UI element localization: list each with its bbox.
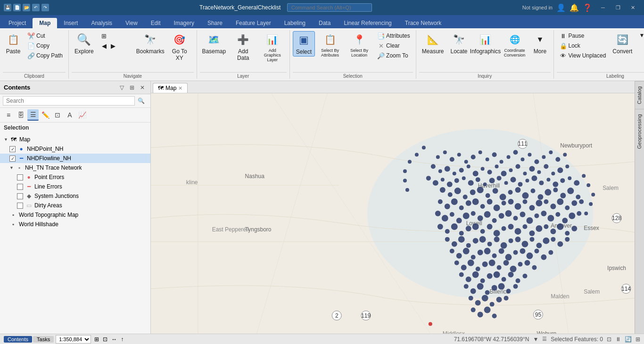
pause-button[interactable]: ⏸ Pause	[557, 31, 609, 41]
notification-icon[interactable]: 🔔	[570, 3, 579, 12]
map-view[interactable]: Nashua kline Tyngsboro East Pepperell Ha…	[151, 93, 635, 334]
measure-button[interactable]: 📐 Measure	[419, 31, 447, 56]
zoom-full-button[interactable]: ⊞	[98, 31, 135, 41]
system-junctions-checkbox[interactable]	[17, 193, 23, 199]
layer-item-map[interactable]: ▼ 🗺 Map	[0, 135, 150, 144]
coordinates-dropdown[interactable]: ▼	[533, 336, 538, 343]
layer-item-dirty-areas[interactable]: ▭ Dirty Areas	[0, 201, 150, 210]
layer-item-system-junctions[interactable]: ◆ System Junctions	[0, 191, 150, 201]
cut-button[interactable]: ✂️ Cut	[25, 31, 66, 41]
more-inquiry-button[interactable]: ▼ More	[530, 31, 551, 56]
basemap-button[interactable]: 🗺️ Basemap	[200, 31, 228, 56]
restore-button[interactable]: ❐	[611, 3, 625, 12]
pause-button[interactable]: ⏸	[615, 336, 621, 343]
search-button[interactable]: 🔍	[135, 97, 148, 105]
measure-scale-icon[interactable]: ↔	[110, 336, 118, 343]
north-arrow-icon[interactable]: ↑	[119, 336, 125, 343]
add-data-button[interactable]: ➕ Add Data	[229, 31, 257, 62]
lock-view-icon[interactable]: ⊞	[636, 336, 640, 343]
list-by-drawing-order[interactable]: ≡	[3, 109, 14, 121]
select-by-attributes-button[interactable]: 📋 Select By Attributes	[316, 31, 344, 58]
expand-map[interactable]: ▼	[4, 137, 8, 142]
tab-data[interactable]: Data	[312, 18, 337, 28]
snap-to-grid-icon[interactable]: ⊡	[101, 336, 109, 343]
tab-share[interactable]: Share	[201, 18, 229, 28]
save-icon[interactable]: 💾	[4, 4, 11, 11]
close-panel-icon[interactable]: ✕	[138, 83, 147, 92]
new-icon[interactable]: 📄	[13, 4, 21, 11]
scale-select[interactable]: 1:350,884	[56, 335, 91, 344]
tab-project[interactable]: Project	[2, 18, 33, 28]
undo-icon[interactable]: ↶	[32, 4, 40, 11]
tab-insert[interactable]: Insert	[57, 18, 84, 28]
more-labeling-button[interactable]: ▼ More	[636, 31, 644, 40]
nav-back-button[interactable]: ◀ ▶	[98, 41, 135, 50]
tab-edit[interactable]: Edit	[144, 18, 167, 28]
nhdpoint-checkbox[interactable]: ✓	[9, 146, 16, 152]
point-errors-checkbox[interactable]	[17, 174, 23, 180]
tasks-bottom-tab[interactable]: Tasks	[33, 336, 54, 343]
layer-item-world-hillshade[interactable]: ▪ World Hillshade	[0, 220, 150, 229]
zoom-to-button[interactable]: 🔎 Zoom To	[374, 51, 413, 60]
options-icon[interactable]: ⊞	[128, 83, 136, 92]
lock-button[interactable]: 🔒 Lock	[557, 41, 609, 50]
coordinate-conversion-button[interactable]: 🌐 Coordinate Conversion	[501, 31, 529, 58]
redo-icon[interactable]: ↷	[41, 4, 49, 11]
list-by-labeling[interactable]: A	[64, 109, 75, 121]
user-icon[interactable]: 👤	[556, 3, 566, 12]
expand-nh-tn[interactable]: ▼	[9, 165, 14, 170]
dirty-areas-checkbox[interactable]	[17, 203, 23, 209]
line-errors-checkbox[interactable]	[17, 184, 23, 190]
copy-button[interactable]: 📄 Copy	[25, 41, 66, 50]
convert-button[interactable]: 🔄 Convert	[610, 31, 635, 56]
tab-linear-referencing[interactable]: Linear Referencing	[337, 18, 398, 28]
tab-labeling[interactable]: Labeling	[278, 18, 312, 28]
add-graphics-button[interactable]: 📊 Add Graphics Layer	[258, 31, 287, 63]
list-by-charts[interactable]: 📈	[76, 109, 88, 121]
open-icon[interactable]: 📂	[23, 4, 30, 11]
help-icon[interactable]: ❓	[583, 3, 592, 12]
layer-item-nh-tn[interactable]: ▼ ▪ NH_TN Trace Network	[0, 163, 150, 172]
select-button[interactable]: ▣ Select	[293, 31, 315, 57]
catalog-panel-tab[interactable]: Catalog	[635, 81, 644, 109]
list-by-editing[interactable]: ✏️	[40, 109, 51, 121]
tab-map[interactable]: Map	[33, 18, 57, 28]
fit-to-window-icon[interactable]: ⊞	[93, 336, 100, 343]
filter-icon[interactable]: ▽	[117, 83, 126, 92]
contents-bottom-tab[interactable]: Contents	[4, 336, 32, 343]
map-tab[interactable]: 🗺 Map ✕	[153, 83, 188, 93]
layer-item-line-errors[interactable]: ━ Line Errors	[0, 182, 150, 191]
paste-button[interactable]: 📋 Paste	[3, 31, 24, 56]
command-search[interactable]	[287, 3, 372, 12]
refresh-icon[interactable]: 🔄	[625, 336, 632, 343]
locate-button[interactable]: 🔭 Locate	[447, 31, 470, 56]
attributes-button[interactable]: 📑 Attributes	[374, 31, 413, 41]
contents-search[interactable]	[3, 96, 135, 106]
clear-button[interactable]: ✕ Clear	[374, 41, 413, 50]
list-by-data-source[interactable]: 🗄	[15, 109, 26, 121]
layer-item-world-topo[interactable]: ▪ World Topographic Map	[0, 210, 150, 220]
tab-trace-network[interactable]: Trace Network	[398, 18, 448, 28]
tab-view[interactable]: View	[119, 18, 144, 28]
close-button[interactable]: ✕	[626, 3, 640, 12]
infographics-button[interactable]: 📊 Infographics	[471, 31, 500, 56]
view-unplaced-button[interactable]: 👁 View Unplaced	[557, 51, 609, 60]
layer-item-point-errors[interactable]: ● Point Errors	[0, 172, 150, 182]
map-tab-close[interactable]: ✕	[178, 85, 182, 91]
tab-feature-layer[interactable]: Feature Layer	[229, 18, 278, 28]
geoprocessing-panel-tab[interactable]: Geoprocessing	[635, 109, 644, 154]
nhdflowline-checkbox[interactable]: ✓	[9, 156, 16, 162]
list-by-selection[interactable]: ☰	[27, 109, 39, 121]
tab-analysis[interactable]: Analysis	[84, 18, 119, 28]
layer-item-nhdflowline[interactable]: ✓ ━ NHDFlowline_NH	[0, 154, 150, 163]
pause-map-icon[interactable]: ⊡	[607, 336, 611, 343]
bookmarks-button[interactable]: 🔭 Bookmarks	[136, 31, 165, 56]
explore-button[interactable]: 🔍 Explore	[72, 31, 97, 56]
tab-imagery[interactable]: Imagery	[167, 18, 201, 28]
select-by-location-button[interactable]: 📍 Select By Location	[345, 31, 373, 58]
copy-path-button[interactable]: 🔗 Copy Path	[25, 51, 66, 60]
minimize-button[interactable]: ─	[596, 3, 610, 12]
list-by-snapping[interactable]: ⊡	[52, 109, 63, 121]
layer-item-nhdpoint[interactable]: ✓ ● NHDPoint_NH	[0, 144, 150, 154]
go-to-xy-button[interactable]: 🎯 Go To XY	[165, 31, 194, 62]
